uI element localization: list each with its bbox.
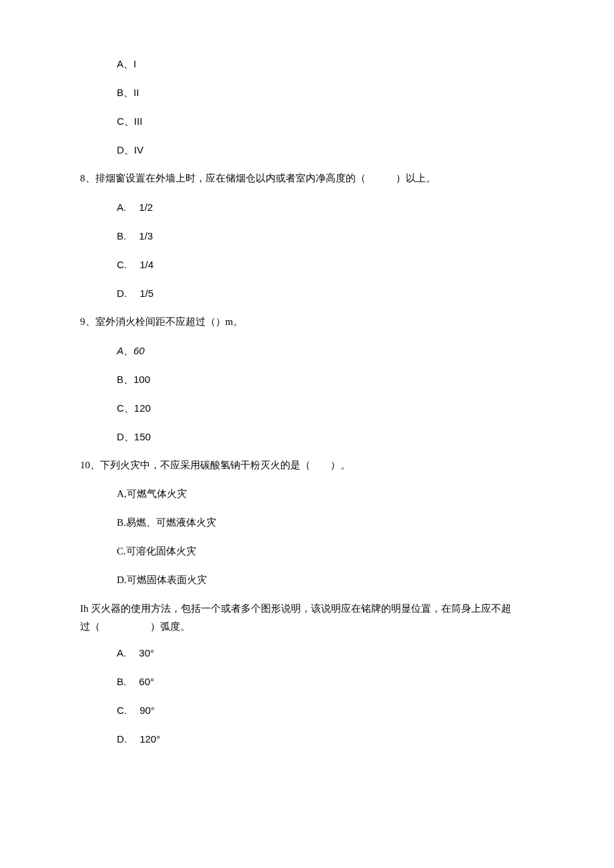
q11-stem: Ih 灭火器的使用方法，包括一个或者多个图形说明，该说明应在铭牌的明显位置，在筒… [80, 602, 534, 634]
q10-stem: 10、下列火灾中，不应采用碳酸氢钠干粉灭火的是（ ）。 [80, 458, 534, 472]
q11-option-b: B. 60° [117, 675, 534, 689]
q11-option-d: D. 120° [117, 732, 534, 746]
q7-option-b: B、II [117, 85, 534, 99]
q10-option-d: D.可燃固体表面火灾 [117, 573, 534, 587]
q8-option-b: B. 1/3 [117, 229, 534, 243]
q9-option-c: C、120 [117, 401, 534, 415]
q8-option-d: D. 1/5 [117, 286, 534, 300]
q10-option-c: C.可溶化固体火灾 [117, 544, 534, 558]
q9-option-d: D、150 [117, 430, 534, 444]
q9-option-a: A、60 [117, 344, 534, 358]
q11-stem-line1: Ih 灭火器的使用方法，包括一个或者多个图形说明，该说明应在铭牌的明显位置，在筒… [80, 602, 534, 616]
q8-option-c: C. 1/4 [117, 258, 534, 272]
q11-option-a: A. 30° [117, 646, 534, 660]
q11-option-c: C. 90° [117, 703, 534, 717]
q10-option-b: B.易燃、可燃液体火灾 [117, 516, 534, 530]
q11-stem-line2: 过（ ）弧度。 [80, 620, 534, 634]
q9-option-a-text: A、60 [117, 345, 145, 356]
document-page: A、I B、II C、III D、IV 8、排烟窗设置在外墙上时，应在储烟仓以内… [0, 0, 614, 868]
q10-option-a: A,可燃气体火灾 [117, 487, 534, 501]
q7-option-a: A、I [117, 57, 534, 71]
q8-stem: 8、排烟窗设置在外墙上时，应在储烟仓以内或者室内净高度的（ ）以上。 [80, 171, 534, 185]
q9-stem: 9、室外消火栓间距不应超过（）m。 [80, 315, 534, 329]
q7-option-c: C、III [117, 114, 534, 128]
q8-option-a: A. 1/2 [117, 200, 534, 214]
q9-option-b: B、100 [117, 372, 534, 386]
q7-option-d: D、IV [117, 143, 534, 157]
